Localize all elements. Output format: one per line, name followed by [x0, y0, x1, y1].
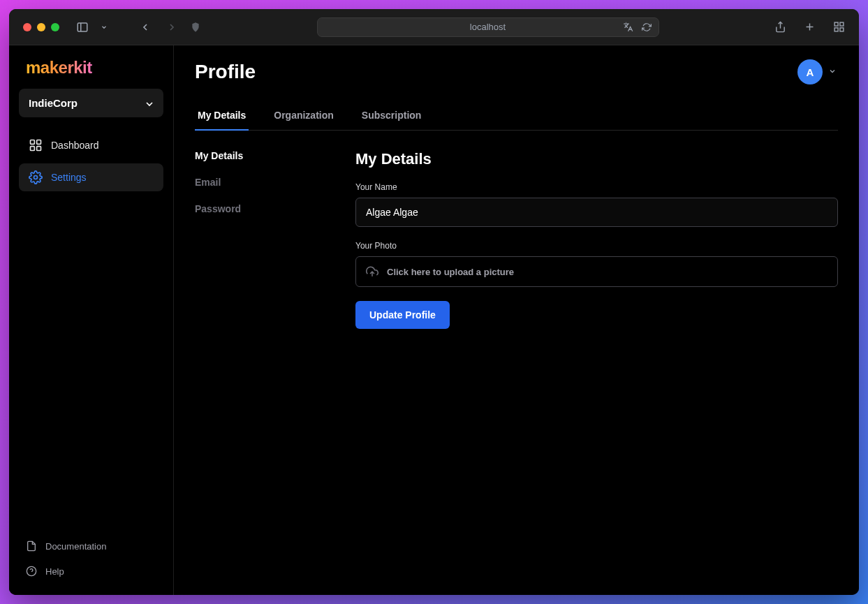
nav-dashboard[interactable]: Dashboard	[19, 131, 163, 159]
gear-icon	[29, 170, 43, 184]
svg-point-13	[34, 176, 38, 179]
new-tab-icon[interactable]	[803, 21, 816, 34]
titlebar-left-controls	[76, 21, 202, 34]
dashboard-icon	[29, 138, 43, 152]
browser-titlebar: localhost	[9, 9, 859, 45]
nav-settings-label: Settings	[51, 172, 87, 183]
svg-rect-10	[37, 140, 41, 145]
translate-icon[interactable]	[622, 21, 635, 34]
footer-help-label: Help	[45, 566, 64, 577]
back-icon[interactable]	[139, 21, 152, 34]
help-icon	[26, 566, 37, 577]
titlebar-right-controls	[774, 21, 845, 34]
chevron-down-icon[interactable]	[100, 21, 108, 34]
chevron-down-icon	[144, 98, 154, 108]
name-input[interactable]	[355, 198, 838, 227]
user-menu[interactable]: A	[797, 59, 838, 84]
reload-icon[interactable]	[640, 21, 653, 34]
settings-subnav: My Details Email Password	[195, 150, 314, 329]
page-title: Profile	[195, 61, 256, 83]
tab-organization[interactable]: Organization	[271, 101, 337, 131]
subnav-password[interactable]: Password	[195, 203, 314, 214]
subnav-my-details[interactable]: My Details	[195, 150, 314, 161]
update-profile-button[interactable]: Update Profile	[355, 301, 450, 329]
chevron-down-icon	[828, 67, 838, 77]
svg-rect-5	[834, 22, 838, 26]
tabs-overview-icon[interactable]	[832, 21, 845, 34]
window-controls	[23, 23, 59, 31]
footer-documentation[interactable]: Documentation	[19, 535, 163, 557]
svg-rect-12	[31, 147, 35, 151]
nav-arrows	[139, 21, 178, 34]
svg-rect-7	[839, 28, 843, 31]
sidebar: makerkit IndieCorp Dashboard	[9, 45, 174, 595]
sidebar-toggle-icon[interactable]	[76, 21, 89, 34]
photo-upload[interactable]: Click here to upload a picture	[355, 256, 838, 287]
avatar: A	[797, 59, 823, 84]
address-bar-icons	[622, 21, 653, 34]
document-icon	[26, 540, 37, 552]
org-name: IndieCorp	[29, 97, 78, 109]
name-label: Your Name	[355, 182, 838, 192]
page-header: Profile A	[195, 59, 838, 84]
share-icon[interactable]	[774, 21, 786, 34]
upload-text: Click here to upload a picture	[387, 267, 514, 277]
form-area: My Details Your Name Your Photo Click he…	[355, 150, 838, 329]
logo[interactable]: makerkit	[19, 58, 163, 89]
nav-list: Dashboard Settings	[19, 131, 163, 191]
svg-rect-9	[31, 140, 35, 145]
org-selector[interactable]: IndieCorp	[19, 89, 163, 117]
section-title: My Details	[355, 150, 838, 168]
tab-subscription[interactable]: Subscription	[359, 101, 425, 131]
shield-icon[interactable]	[189, 21, 202, 34]
forward-icon[interactable]	[165, 21, 178, 34]
minimize-window-button[interactable]	[37, 23, 45, 31]
svg-rect-8	[834, 28, 838, 31]
form-group-name: Your Name	[355, 182, 838, 227]
maximize-window-button[interactable]	[51, 23, 59, 31]
close-window-button[interactable]	[23, 23, 31, 31]
address-text: localhost	[470, 22, 506, 32]
sidebar-footer: Documentation Help	[19, 535, 163, 582]
nav-dashboard-label: Dashboard	[51, 140, 99, 151]
tab-my-details[interactable]: My Details	[195, 101, 249, 131]
address-bar[interactable]: localhost	[317, 17, 659, 37]
footer-help[interactable]: Help	[19, 560, 163, 582]
app-body: makerkit IndieCorp Dashboard	[9, 45, 859, 595]
svg-rect-6	[839, 22, 843, 26]
footer-documentation-label: Documentation	[45, 541, 106, 552]
content-row: My Details Email Password My Details You…	[195, 150, 838, 329]
svg-rect-11	[37, 147, 41, 151]
upload-icon	[366, 265, 378, 278]
app-window: localhost makerkit	[9, 9, 859, 595]
tabs: My Details Organization Subscription	[195, 101, 838, 131]
subnav-email[interactable]: Email	[195, 177, 314, 188]
form-group-photo: Your Photo Click here to upload a pictur…	[355, 241, 838, 287]
photo-label: Your Photo	[355, 241, 838, 251]
nav-settings[interactable]: Settings	[19, 163, 163, 191]
svg-rect-0	[78, 23, 87, 31]
main-content: Profile A My Details Organization Subscr…	[174, 45, 859, 595]
